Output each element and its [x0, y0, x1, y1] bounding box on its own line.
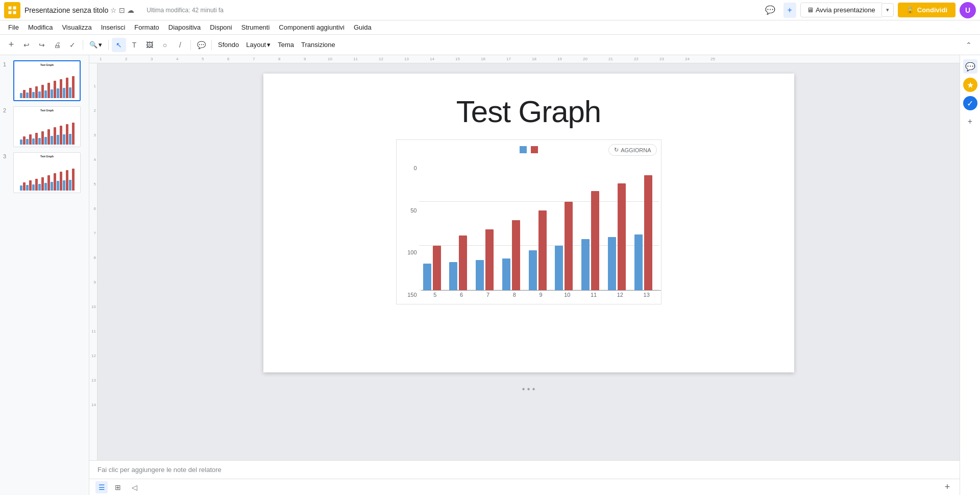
print-button[interactable]: 🖨 — [50, 38, 64, 52]
star-icon[interactable]: ☆ — [110, 6, 117, 14]
bar-13-red — [644, 175, 652, 290]
x-label-11: 11 — [583, 292, 604, 298]
slide-preview-2: Test Graph — [13, 106, 81, 147]
chart-body — [419, 157, 659, 290]
add-slide-top-button[interactable]: + — [783, 3, 796, 18]
canvas-with-left-ruler: 1 2 3 4 5 6 7 8 9 10 11 12 13 14 Test Gr… — [89, 63, 960, 460]
layout-dropdown[interactable]: Layout ▾ — [243, 40, 274, 50]
layout-label: Layout — [246, 41, 266, 49]
canvas-area[interactable]: Test Graph ↻ AGGIORNA — [97, 63, 960, 460]
present-area: 🖥 Avvia presentazione ▾ — [800, 3, 894, 17]
cloud-icon[interactable]: ☁ — [127, 6, 134, 14]
top-ruler-inner: 1 2 3 4 5 6 7 8 9 10 11 12 13 14 15 16 1… — [89, 55, 960, 63]
thumb-chart-2 — [16, 113, 78, 145]
toolbar-right: ⌃ — [962, 38, 976, 52]
menu-disponi[interactable]: Disponi — [206, 21, 236, 33]
bar-5-red — [433, 246, 441, 290]
thumb-chart-3 — [16, 159, 78, 191]
bar-9-blue — [529, 250, 537, 290]
collapse-toolbar-button[interactable]: ⌃ — [962, 38, 976, 52]
menu-strumenti[interactable]: Strumenti — [237, 21, 274, 33]
zoom-dropdown[interactable]: 🔍 ▾ — [86, 40, 105, 50]
image-button[interactable]: 🖼 — [142, 38, 157, 52]
y-label-150: 150 — [403, 292, 417, 298]
x-axis-labels: 5 6 7 8 9 10 11 12 13 — [421, 292, 661, 298]
add-slide-bottom-button[interactable]: + — [941, 481, 953, 493]
slide-more-dots: • • • — [522, 385, 535, 394]
x-label-13: 13 — [636, 292, 657, 298]
bar-5-blue — [423, 264, 431, 290]
slide[interactable]: Test Graph ↻ AGGIORNA — [263, 74, 794, 372]
present-button[interactable]: 🖥 Avvia presentazione — [800, 3, 881, 17]
menu-file[interactable]: File — [4, 21, 23, 33]
present-label: Avvia presentazione — [816, 6, 875, 14]
add-button[interactable]: + — [4, 38, 18, 52]
title-area: Presentazione senza titolo ☆ ⊡ ☁ — [24, 6, 134, 14]
right-panel-chat-btn[interactable]: 💬 — [963, 59, 977, 74]
slide-thumb-1[interactable]: 1 Test Graph — [2, 59, 87, 102]
right-panel-star-btn[interactable]: ★ — [963, 78, 977, 92]
left-ruler: 1 2 3 4 5 6 7 8 9 10 11 12 13 14 — [89, 63, 97, 460]
notes-bar[interactable]: Fai clic per aggiungere le note del rela… — [89, 460, 960, 479]
grid-view-btn[interactable]: ⊞ — [112, 481, 124, 493]
user-avatar[interactable]: U — [960, 2, 976, 18]
menu-inserisci[interactable]: Inserisci — [97, 21, 130, 33]
collapse-panel-btn[interactable]: ◁ — [128, 481, 140, 493]
slide-panel-view-btn[interactable]: ☰ — [95, 481, 108, 493]
shape-button[interactable]: ○ — [158, 38, 172, 52]
menu-formato[interactable]: Formato — [130, 21, 163, 33]
bar-7-red — [485, 229, 494, 290]
menu-diapositiva[interactable]: Diapositiva — [164, 21, 205, 33]
menu-modifica[interactable]: Modifica — [24, 21, 57, 33]
topbar: Presentazione senza titolo ☆ ⊡ ☁ Ultima … — [0, 0, 980, 20]
update-button[interactable]: ↻ AGGIORNA — [608, 144, 656, 156]
comment-toolbar-button[interactable]: 💬 — [194, 38, 208, 52]
tema-label: Tema — [278, 41, 294, 49]
tema-dropdown[interactable]: Tema — [275, 40, 297, 50]
cursor-button[interactable]: ↖ — [112, 38, 126, 52]
y-label-100: 100 — [403, 249, 417, 255]
spelling-button[interactable]: ✓ — [65, 38, 80, 52]
share-button[interactable]: 🔒 Condividi — [898, 3, 955, 17]
layout-arrow: ▾ — [267, 41, 271, 49]
bar-8-red — [512, 220, 520, 290]
textbox-button[interactable]: T — [127, 38, 141, 52]
toolbar-sep-2 — [108, 40, 109, 50]
chart-wrapper[interactable]: ↻ AGGIORNA 150 100 50 0 — [396, 139, 662, 304]
comment-button[interactable]: 💬 — [761, 3, 779, 17]
bar-group-7 — [476, 229, 496, 290]
doc-title[interactable]: Presentazione senza titolo — [24, 6, 108, 14]
app-icon[interactable] — [4, 2, 20, 18]
slide-container: Test Graph ↻ AGGIORNA — [263, 74, 794, 372]
transizione-label: Transizione — [301, 41, 335, 49]
line-button[interactable]: / — [173, 38, 187, 52]
right-panel-check-btn[interactable]: ✓ — [963, 96, 977, 110]
slide-thumb-2[interactable]: 2 Test Graph — [2, 105, 87, 148]
canvas-column: 1 2 3 4 5 6 7 8 9 10 11 12 13 14 15 16 1… — [89, 55, 960, 495]
redo-button[interactable]: ↪ — [35, 38, 49, 52]
present-dropdown-button[interactable]: ▾ — [881, 3, 894, 17]
thumb-title-2: Test Graph — [16, 109, 78, 112]
menu-componenti[interactable]: Componenti aggiuntivi — [275, 21, 349, 33]
undo-button[interactable]: ↩ — [19, 38, 34, 52]
slide-thumb-3[interactable]: 3 Test Graph — [2, 151, 87, 194]
x-label-9: 9 — [531, 292, 551, 298]
zoom-arrow: ▾ — [99, 41, 102, 49]
bar-group-10 — [555, 202, 575, 290]
top-right-actions: 💬 + 🖥 Avvia presentazione ▾ 🔒 Condividi … — [761, 2, 976, 18]
transizione-dropdown[interactable]: Transizione — [298, 40, 338, 50]
slide-title: Test Graph — [456, 94, 601, 129]
refresh-icon: ↻ — [614, 147, 619, 153]
bar-13-blue — [634, 234, 643, 290]
toolbar: + ↩ ↪ 🖨 ✓ 🔍 ▾ ↖ T 🖼 ○ / 💬 Sfondo Layout … — [0, 35, 980, 55]
bar-7-blue — [476, 260, 484, 290]
notes-placeholder: Fai clic per aggiungere le note del rela… — [97, 466, 222, 474]
sfondo-dropdown[interactable]: Sfondo — [215, 40, 242, 50]
history-icon[interactable]: ⊡ — [119, 6, 125, 14]
menu-guida[interactable]: Guida — [350, 21, 376, 33]
thumb-title-1: Test Graph — [16, 63, 78, 66]
bar-group-5 — [423, 246, 444, 290]
bar-11-blue — [581, 239, 590, 290]
right-panel-add-btn[interactable]: + — [963, 114, 977, 129]
menu-visualizza[interactable]: Visualizza — [58, 21, 95, 33]
